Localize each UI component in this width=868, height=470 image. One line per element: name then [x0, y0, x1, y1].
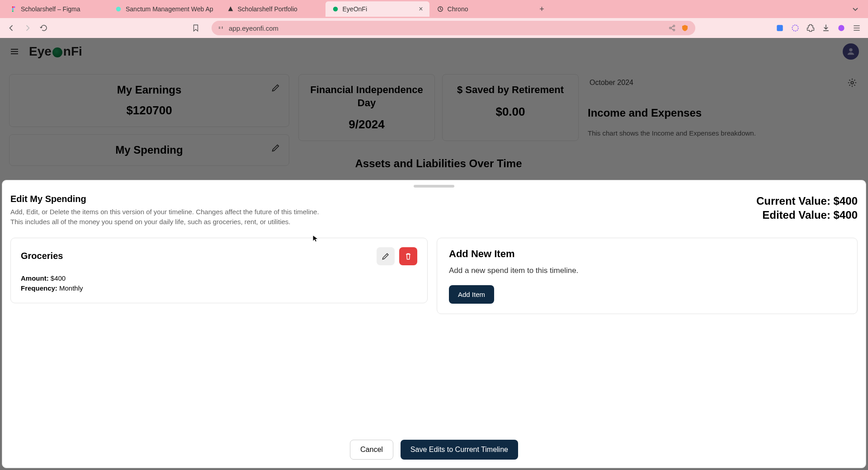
tab-sanctum[interactable]: Sanctum Management Web Ap: [108, 2, 220, 16]
tab-label: Scholarshelf Portfolio: [238, 5, 297, 13]
svg-point-5: [333, 7, 338, 12]
modal-title: Edit My Spending: [10, 194, 756, 204]
sanctum-icon: [115, 5, 122, 13]
svg-point-4: [116, 7, 121, 12]
svg-rect-7: [219, 27, 221, 27]
edit-spending-modal: Edit My Spending Add, Edit, or Delete th…: [2, 180, 866, 468]
tab-label: EyeOnFi: [343, 5, 367, 13]
cancel-button[interactable]: Cancel: [350, 440, 393, 460]
svg-rect-0: [12, 6, 14, 8]
tab-figma[interactable]: Scholarshelf – Figma: [4, 2, 108, 16]
browser-tab-strip: Scholarshelf – Figma Sanctum Management …: [0, 0, 868, 18]
item-amount-value: $400: [49, 274, 66, 282]
brave-icon[interactable]: [836, 23, 846, 33]
svg-rect-14: [777, 25, 783, 31]
tab-label: Scholarshelf – Figma: [21, 5, 80, 13]
svg-rect-3: [12, 10, 14, 12]
edited-value-row: Edited Value: $400: [756, 208, 858, 222]
svg-point-15: [792, 25, 798, 31]
current-value-row: Current Value: $400: [756, 194, 858, 208]
url-bar[interactable]: app.eyeonfi.com: [212, 21, 695, 35]
svg-rect-2: [12, 8, 14, 10]
item-name: Groceries: [21, 251, 63, 261]
edited-value-label: Edited Value:: [762, 209, 833, 221]
edited-value-amount: $400: [834, 209, 858, 221]
chrono-icon: [437, 5, 444, 13]
extension-icon-2[interactable]: [790, 23, 800, 33]
forward-button[interactable]: [23, 23, 33, 33]
share-icon[interactable]: [668, 24, 676, 32]
add-item-button[interactable]: Add Item: [449, 285, 494, 304]
svg-rect-1: [14, 6, 15, 8]
item-amount-label: Amount:: [21, 274, 49, 282]
extensions-icon[interactable]: [806, 23, 816, 33]
tab-portfolio[interactable]: Scholarshelf Portfolio: [221, 2, 325, 16]
item-frequency-row: Frequency: Monthly: [21, 283, 417, 294]
site-settings-icon[interactable]: [218, 25, 224, 31]
modal-description: Add, Edit, or Delete the items on this v…: [10, 207, 327, 227]
current-value-amount: $400: [834, 195, 858, 207]
delete-item-button[interactable]: [399, 247, 417, 265]
save-button[interactable]: Save Edits to Current Timeline: [401, 440, 518, 460]
current-value-label: Current Value:: [756, 195, 834, 207]
add-item-description: Add a new spend item to this timeline.: [449, 266, 845, 275]
url-text: app.eyeonfi.com: [229, 24, 278, 32]
modal-desc-line2: This includes all of the money you spend…: [10, 218, 290, 226]
download-icon[interactable]: [821, 23, 831, 33]
tab-overflow[interactable]: [846, 5, 864, 13]
extension-icon-1[interactable]: [775, 23, 785, 33]
spending-item-card: Groceries Amount: $400 Frequency: Monthl…: [10, 238, 428, 303]
browser-toolbar: app.eyeonfi.com: [0, 18, 868, 38]
item-frequency-label: Frequency:: [21, 284, 57, 292]
svg-point-16: [838, 25, 844, 31]
close-icon[interactable]: ×: [419, 5, 423, 13]
figma-icon: [10, 5, 17, 13]
modal-desc-line1: Add, Edit, or Delete the items on this v…: [10, 208, 319, 216]
bookmark-button[interactable]: [191, 23, 201, 33]
shield-icon[interactable]: [681, 24, 689, 32]
svg-rect-8: [219, 28, 221, 28]
reload-button[interactable]: [39, 23, 49, 33]
svg-point-9: [222, 27, 222, 28]
portfolio-icon: [227, 5, 234, 13]
add-item-title: Add New Item: [449, 248, 845, 260]
edit-item-button[interactable]: [377, 247, 395, 265]
add-item-card: Add New Item Add a new spend item to thi…: [437, 238, 858, 314]
item-frequency-value: Monthly: [57, 284, 83, 292]
tab-eyeonfi[interactable]: EyeOnFi ×: [326, 1, 429, 17]
tab-label: Chrono: [448, 5, 468, 13]
menu-icon[interactable]: [852, 23, 862, 33]
tab-label: Sanctum Management Web Ap: [126, 5, 213, 13]
back-button[interactable]: [6, 23, 16, 33]
new-tab-button[interactable]: +: [535, 5, 549, 14]
svg-point-10: [222, 28, 222, 28]
item-amount-row: Amount: $400: [21, 273, 417, 284]
eyeonfi-icon: [332, 5, 339, 13]
tab-chrono[interactable]: Chrono: [430, 2, 534, 16]
